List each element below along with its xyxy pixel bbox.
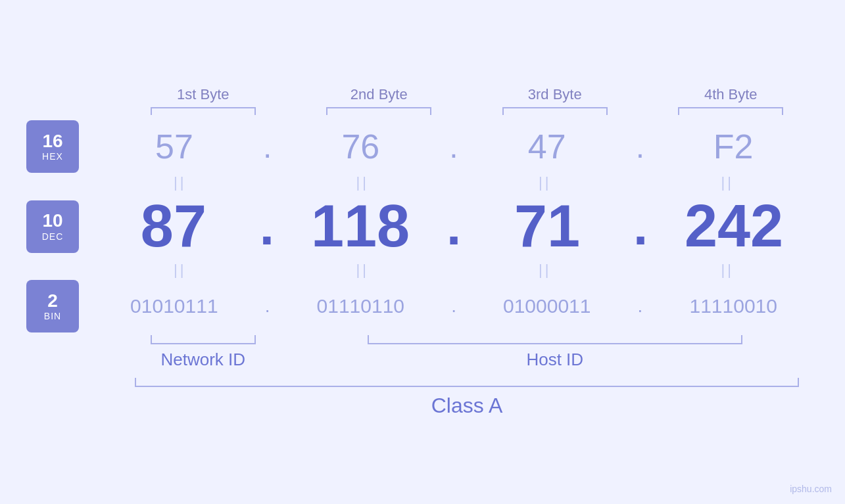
- hex-value-1: 57: [155, 127, 193, 166]
- double-bar-1: ||: [174, 174, 186, 191]
- sep2-col-2: ||: [272, 262, 454, 279]
- host-bracket-container: [291, 335, 819, 344]
- dec-val-col-4: 242: [649, 193, 819, 260]
- hex-badge: 16 HEX: [26, 120, 79, 173]
- hex-val-col-2: 76: [275, 127, 446, 166]
- bracket-bottom-row: [115, 335, 819, 344]
- bin-base-number: 2: [47, 291, 58, 311]
- bin-dot-3: .: [633, 296, 648, 317]
- byte-header-4: 4th Byte: [704, 86, 758, 103]
- dec-value-2: 118: [311, 193, 410, 260]
- dec-badge: 10 DEC: [26, 200, 79, 253]
- double-bar-4: ||: [721, 174, 734, 191]
- dec-base-number: 10: [42, 211, 62, 231]
- main-container: 1st Byte 2nd Byte 3rd Byte 4th Byte 16 H…: [0, 0, 845, 504]
- hex-value-3: 47: [528, 127, 566, 166]
- host-label-col: Host ID: [291, 350, 819, 370]
- bin-val-col-2: 01110110: [275, 295, 446, 317]
- bin-value-4: 11110010: [689, 295, 777, 317]
- bin-value-2: 01110110: [317, 295, 404, 317]
- dec-dot-3: .: [632, 200, 649, 253]
- sep-col-1: ||: [89, 174, 272, 191]
- byte-col-4: 4th Byte: [643, 86, 819, 115]
- dec-dot-1: .: [258, 200, 276, 253]
- bin-value-3: 01000011: [503, 295, 591, 317]
- dec-values: 87 . 118 . 71 . 242: [89, 193, 819, 260]
- hex-dot-1: .: [260, 129, 275, 165]
- byte-header-2: 2nd Byte: [350, 86, 408, 103]
- bin-dot-2: .: [446, 296, 462, 317]
- hex-val-col-4: F2: [648, 127, 819, 166]
- hex-base-label: HEX: [42, 151, 63, 162]
- sep-col-4: ||: [637, 174, 819, 191]
- hex-dot-2: .: [446, 129, 461, 165]
- network-bracket-container: [115, 335, 291, 344]
- dec-val-col-3: 71: [462, 193, 632, 260]
- hex-row: 16 HEX 57 . 76 . 47 . F2: [26, 120, 819, 173]
- dec-val-col-2: 118: [276, 193, 445, 260]
- dec-val-col-1: 87: [89, 193, 258, 260]
- network-bracket-line: [151, 335, 256, 344]
- dec-base-label: DEC: [42, 231, 64, 242]
- bin-base-label: BIN: [44, 311, 61, 321]
- bin-val-col-4: 11110010: [648, 295, 819, 317]
- sep2-col-1: ||: [89, 262, 272, 279]
- bin-badge: 2 BIN: [26, 280, 79, 332]
- class-label: Class A: [431, 394, 502, 418]
- byte-header-1: 1st Byte: [177, 86, 229, 103]
- watermark: ipshu.com: [790, 484, 832, 494]
- byte-col-3: 3rd Byte: [467, 86, 643, 115]
- sep-dec-bin: || || || ||: [26, 262, 819, 279]
- network-id-label: Network ID: [160, 350, 245, 370]
- bin-values: 01010111 . 01110110 . 01000011 . 1111001…: [89, 295, 819, 317]
- dec-value-3: 71: [514, 193, 580, 260]
- double-bar-3: ||: [539, 174, 551, 191]
- bottom-section: Network ID Host ID Class A: [26, 335, 819, 418]
- byte-header-3: 3rd Byte: [528, 86, 582, 103]
- hex-val-col-1: 57: [89, 127, 260, 166]
- bracket-top-2: [326, 107, 431, 115]
- host-id-label: Host ID: [526, 350, 583, 370]
- class-bracket-line: [135, 378, 799, 387]
- double-bar2-2: ||: [356, 262, 369, 279]
- hex-base-number: 16: [42, 131, 62, 152]
- bin-row: 2 BIN 01010111 . 01110110 . 01000011 . 1…: [26, 280, 819, 332]
- byte-col-1: 1st Byte: [115, 86, 291, 115]
- byte-col-2: 2nd Byte: [291, 86, 468, 115]
- bin-dot-1: .: [260, 296, 276, 317]
- hex-values: 57 . 76 . 47 . F2: [89, 127, 819, 166]
- bracket-top-1: [151, 107, 256, 115]
- dec-dot-2: .: [445, 200, 462, 253]
- sep2-col-4: ||: [637, 262, 819, 279]
- hex-val-col-3: 47: [462, 127, 633, 166]
- double-bar2-1: ||: [174, 262, 186, 279]
- hex-value-4: F2: [713, 127, 754, 166]
- id-labels-row: Network ID Host ID: [115, 350, 819, 370]
- dec-row: 10 DEC 87 . 118 . 71 . 242: [26, 193, 819, 260]
- network-label-col: Network ID: [115, 350, 291, 370]
- byte-headers-row: 1st Byte 2nd Byte 3rd Byte 4th Byte: [26, 86, 819, 115]
- host-bracket-line: [368, 335, 742, 344]
- hex-value-2: 76: [341, 127, 379, 166]
- double-bar-2: ||: [356, 174, 369, 191]
- sep-col-3: ||: [454, 174, 637, 191]
- bin-value-1: 01010111: [130, 295, 218, 317]
- sep-hex-dec: || || || ||: [26, 174, 819, 191]
- double-bar2-4: ||: [721, 262, 734, 279]
- bin-val-col-1: 01010111: [89, 295, 260, 317]
- sep2-col-3: ||: [454, 262, 637, 279]
- bracket-top-4: [678, 107, 783, 115]
- dec-value-1: 87: [141, 193, 206, 260]
- bracket-top-3: [502, 107, 608, 115]
- class-section: Class A: [115, 378, 819, 418]
- bin-val-col-3: 01000011: [462, 295, 633, 317]
- double-bar2-3: ||: [539, 262, 551, 279]
- hex-dot-3: .: [633, 129, 648, 165]
- sep-col-2: ||: [272, 174, 454, 191]
- dec-value-4: 242: [685, 193, 783, 260]
